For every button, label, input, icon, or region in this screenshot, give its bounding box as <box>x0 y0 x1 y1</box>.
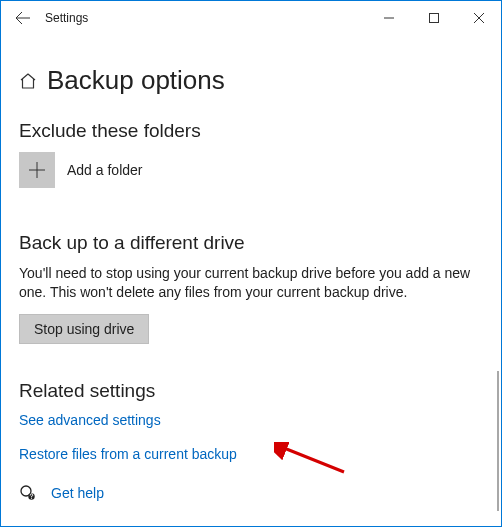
minimize-icon <box>384 13 394 23</box>
add-folder-button[interactable] <box>19 152 55 188</box>
help-icon <box>19 484 37 502</box>
page-title: Backup options <box>47 65 225 96</box>
backup-heading: Back up to a different drive <box>19 232 483 254</box>
stop-using-drive-button[interactable]: Stop using drive <box>19 314 149 344</box>
maximize-button[interactable] <box>411 1 456 35</box>
backup-description: You'll need to stop using your current b… <box>19 264 483 302</box>
close-button[interactable] <box>456 1 501 35</box>
home-icon <box>19 72 37 90</box>
content-area: Backup options Exclude these folders Add… <box>1 35 501 526</box>
get-help-row[interactable]: Get help <box>19 484 483 502</box>
page-heading-row: Backup options <box>19 65 483 96</box>
svg-point-3 <box>31 498 32 499</box>
minimize-button[interactable] <box>366 1 411 35</box>
restore-files-link[interactable]: Restore files from a current backup <box>19 446 483 462</box>
scrollbar[interactable] <box>497 371 499 511</box>
exclude-heading: Exclude these folders <box>19 120 483 142</box>
titlebar: Settings <box>1 1 501 35</box>
maximize-icon <box>429 13 439 23</box>
window-controls <box>366 1 501 35</box>
back-button[interactable] <box>1 1 45 35</box>
svg-rect-0 <box>429 14 438 23</box>
close-icon <box>474 13 484 23</box>
settings-window: Settings Backup options Exclude these fo… <box>0 0 502 527</box>
back-arrow-icon <box>15 10 31 26</box>
window-title: Settings <box>45 11 88 25</box>
related-heading: Related settings <box>19 380 483 402</box>
add-folder-row[interactable]: Add a folder <box>19 152 483 188</box>
add-folder-label: Add a folder <box>67 162 143 178</box>
get-help-link[interactable]: Get help <box>51 485 104 501</box>
advanced-settings-link[interactable]: See advanced settings <box>19 412 483 428</box>
plus-icon <box>28 161 46 179</box>
